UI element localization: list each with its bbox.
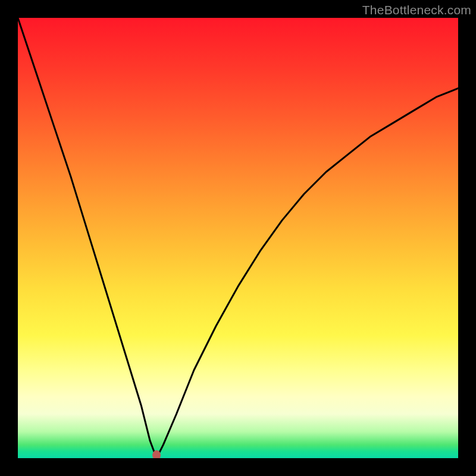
watermark-text: TheBottleneck.com: [362, 3, 471, 17]
minimum-marker: [18, 18, 458, 458]
plot-area: [18, 18, 458, 458]
svg-point-0: [152, 450, 161, 458]
chart-frame: TheBottleneck.com: [0, 0, 476, 476]
